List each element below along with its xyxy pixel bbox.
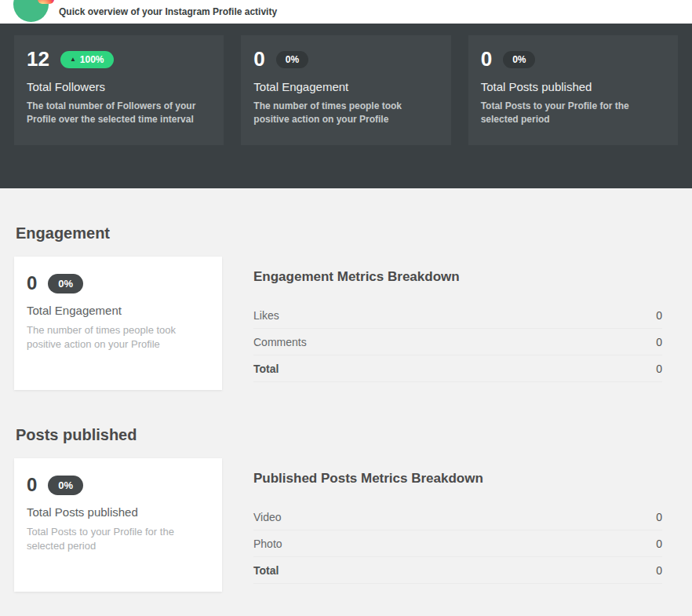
- row-value: 0: [656, 363, 662, 375]
- engagement-change-badge: 0%: [276, 51, 308, 68]
- up-arrow-icon: ▲: [70, 56, 76, 63]
- card-description: The number of times people took positive…: [27, 323, 209, 352]
- stat-card-posts: 0 0% Total Posts published Total Posts t…: [468, 35, 678, 145]
- followers-change-badge: ▲ 100%: [60, 51, 114, 68]
- summary-stats-section: 12 ▲ 100% Total Followers The total numb…: [0, 24, 692, 188]
- engagement-card-value: 0: [27, 272, 37, 294]
- posts-card-badge-value: 0%: [58, 479, 73, 491]
- row-label: Total: [253, 564, 279, 577]
- table-row: Likes 0: [253, 302, 662, 329]
- posts-content-row: 0 0% Total Posts published Total Posts t…: [0, 458, 692, 592]
- engagement-value: 0: [253, 47, 264, 71]
- row-label: Likes: [253, 309, 279, 322]
- engagement-card-badge-value: 0%: [58, 278, 73, 290]
- stat-description: Total Posts to your Profile for the sele…: [481, 100, 665, 127]
- followers-value: 12: [27, 47, 49, 71]
- row-value: 0: [656, 511, 662, 523]
- card-description: Total Posts to your Profile for the sele…: [27, 525, 209, 553]
- row-value: 0: [656, 564, 662, 577]
- row-label: Total: [253, 363, 279, 375]
- stat-card-engagement: 0 0% Total Engagement The number of time…: [241, 35, 450, 145]
- table-row: Comments 0: [253, 329, 662, 355]
- card-title: Total Engagement: [27, 304, 209, 317]
- stat-title: Total Followers: [27, 80, 211, 93]
- stat-title: Total Engagement: [253, 80, 438, 93]
- posts-breakdown: Published Posts Metrics Breakdown Video …: [253, 458, 662, 592]
- profile-avatar-group: [13, 0, 60, 23]
- row-value: 0: [656, 538, 662, 550]
- table-row: Photo 0: [253, 530, 662, 557]
- stat-title: Total Posts published: [481, 80, 665, 93]
- stats-row: 12 ▲ 100% Total Followers The total numb…: [14, 35, 678, 145]
- table-row-total: Total 0: [253, 355, 662, 382]
- breakdown-title: Published Posts Metrics Breakdown: [253, 471, 662, 487]
- row-label: Video: [253, 511, 282, 523]
- stat-description: The number of times people took positive…: [253, 100, 438, 127]
- engagement-breakdown: Engagement Metrics Breakdown Likes 0 Com…: [253, 257, 662, 390]
- stat-description: The total number of Followers of your Pr…: [27, 100, 211, 127]
- stat-card-followers: 12 ▲ 100% Total Followers The total numb…: [14, 35, 224, 145]
- row-label: Comments: [253, 336, 307, 348]
- breakdown-rows: Video 0 Photo 0 Total 0: [253, 504, 662, 584]
- breakdown-title: Engagement Metrics Breakdown: [253, 269, 662, 285]
- engagement-change-value: 0%: [286, 54, 299, 65]
- engagement-content-row: 0 0% Total Engagement The number of time…: [0, 257, 692, 390]
- instagram-overview-page: Quick overview of your Instagram Profile…: [0, 0, 692, 616]
- posts-change-badge: 0%: [503, 51, 535, 68]
- posts-value: 0: [481, 47, 492, 71]
- engagement-section-heading: Engagement: [16, 224, 692, 242]
- card-title: Total Posts published: [27, 505, 209, 519]
- table-row-total: Total 0: [253, 557, 662, 584]
- row-label: Photo: [253, 538, 282, 550]
- engagement-summary-card: 0 0% Total Engagement The number of time…: [14, 257, 222, 390]
- breakdown-rows: Likes 0 Comments 0 Total 0: [253, 302, 662, 382]
- instagram-icon: [38, 0, 54, 4]
- page-subtitle: Quick overview of your Instagram Profile…: [59, 6, 277, 17]
- row-value: 0: [656, 309, 662, 322]
- posts-card-badge: 0%: [48, 476, 83, 495]
- table-row: Video 0: [253, 504, 662, 530]
- row-value: 0: [656, 336, 662, 348]
- engagement-card-badge: 0%: [48, 274, 83, 293]
- top-bar: Quick overview of your Instagram Profile…: [0, 0, 692, 24]
- posts-card-value: 0: [27, 474, 37, 496]
- posts-change-value: 0%: [512, 54, 526, 65]
- posts-summary-card: 0 0% Total Posts published Total Posts t…: [14, 458, 222, 592]
- followers-change-value: 100%: [80, 54, 104, 65]
- detail-sections: Engagement 0 0% Total Engagement The num…: [0, 224, 692, 592]
- posts-section-heading: Posts published: [16, 426, 692, 444]
